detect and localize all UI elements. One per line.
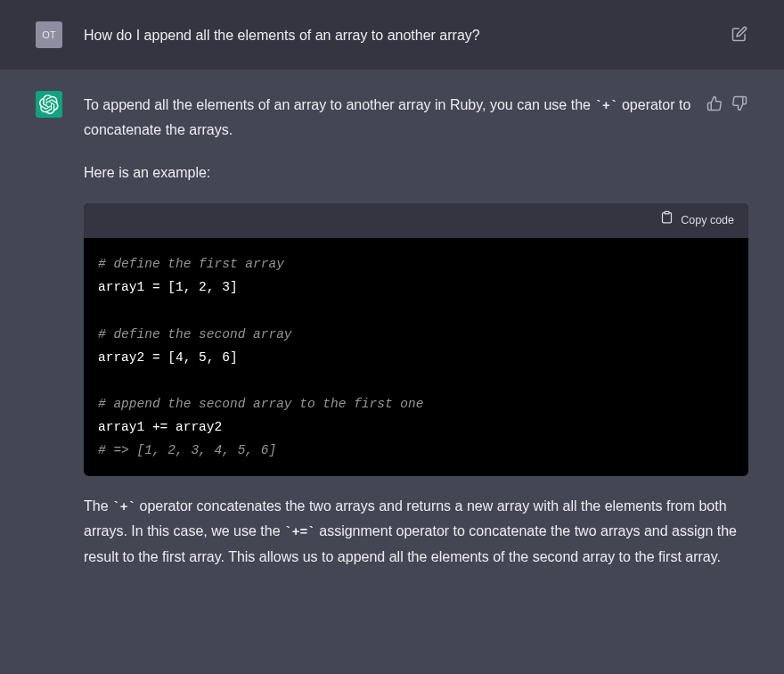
copy-code-button[interactable]: Copy code — [84, 203, 748, 238]
assistant-paragraph: The `+` operator concatenates the two ar… — [84, 494, 748, 570]
code-line: array1 += array2 — [98, 420, 222, 434]
code-block: Copy code # define the first array array… — [84, 203, 748, 476]
thumbs-up-icon[interactable] — [706, 95, 723, 112]
edit-icon[interactable] — [731, 25, 748, 43]
inline-code: `+` — [594, 99, 617, 113]
user-prompt: How do I append all the elements of an a… — [84, 21, 748, 48]
code-line: # define the first array — [98, 257, 284, 271]
copy-code-label: Copy code — [681, 211, 734, 231]
svg-rect-0 — [665, 212, 669, 215]
code-content: # define the first array array1 = [1, 2,… — [84, 238, 748, 476]
text: To append all the elements of an array t… — [84, 97, 594, 112]
code-line: array1 = [1, 2, 3] — [98, 280, 238, 294]
user-avatar: OT — [36, 21, 62, 48]
clipboard-icon — [660, 210, 674, 231]
code-line: # => [1, 2, 3, 4, 5, 6] — [98, 443, 276, 457]
assistant-message: To append all the elements of an array t… — [0, 70, 784, 591]
inline-code: `+` — [112, 500, 135, 514]
user-avatar-initials: OT — [42, 29, 55, 40]
thumbs-down-icon[interactable] — [731, 95, 748, 112]
code-line: # append the second array to the first o… — [98, 397, 423, 411]
assistant-avatar — [36, 91, 62, 118]
code-line: array2 = [4, 5, 6] — [98, 350, 238, 365]
assistant-paragraph: To append all the elements of an array t… — [84, 93, 748, 143]
code-line: # define the second array — [98, 327, 292, 341]
assistant-paragraph: Here is an example: — [84, 160, 748, 185]
user-message: OT How do I append all the elements of a… — [0, 0, 784, 70]
inline-code: `+=` — [284, 525, 315, 539]
text: The — [84, 498, 112, 514]
